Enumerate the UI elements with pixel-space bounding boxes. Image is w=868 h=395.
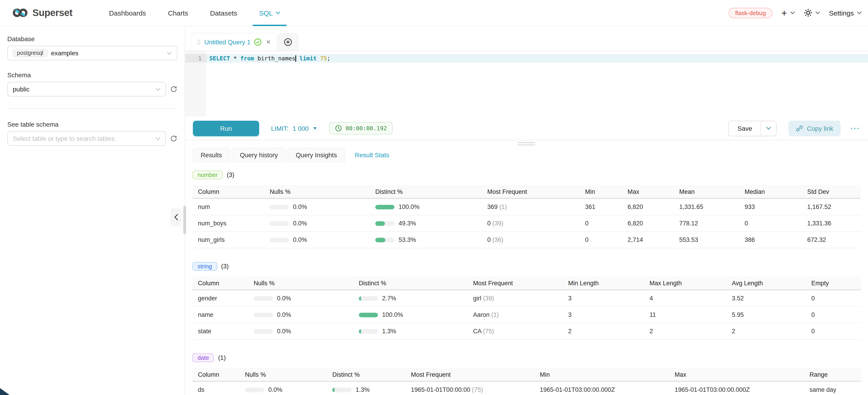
- plus-icon: +: [781, 8, 787, 18]
- progress-bar: [375, 205, 395, 209]
- link-icon: [796, 125, 803, 132]
- table-row: num_girls 0.0% 53.3% 0 (36) 0 2,714 553.…: [192, 232, 861, 248]
- superset-logo[interactable]: Superset: [12, 7, 72, 18]
- distinct-cell: 100.0%: [353, 311, 468, 318]
- column-header: Min Length: [563, 279, 644, 286]
- column-header: Most Frequent: [405, 371, 534, 378]
- column-header: Column: [192, 371, 240, 378]
- stat-cell: 1,167.52: [802, 204, 861, 210]
- refresh-tables-icon[interactable]: [170, 135, 177, 142]
- run-button[interactable]: Run: [193, 120, 259, 136]
- column-header: Mean: [674, 188, 739, 195]
- section-number: number (3) Column Nulls % Distinct % Mos…: [192, 171, 861, 248]
- nav-item-charts[interactable]: Charts: [157, 0, 199, 26]
- stat-cell: 0: [580, 220, 622, 227]
- new-item-menu[interactable]: +: [781, 8, 795, 18]
- clock-icon: [335, 125, 342, 132]
- stat-cell: 1,331.65: [674, 204, 739, 210]
- close-tab-icon[interactable]: ✕: [266, 39, 271, 45]
- schema-select[interactable]: public: [7, 82, 166, 96]
- schema-label: Schema: [7, 71, 177, 79]
- copy-link-button[interactable]: Copy link: [789, 120, 841, 136]
- tab-query-history[interactable]: Query history: [231, 148, 286, 162]
- limit-label: LIMIT:: [271, 125, 288, 132]
- progress-bar: [270, 221, 289, 225]
- stat-cell: 11: [644, 311, 726, 318]
- progress-bar: [359, 329, 378, 334]
- nav-item-sql[interactable]: SQL: [248, 0, 291, 26]
- editor-toolbar: Run LIMIT: 1 000 ▼ 00:00:00.192 Save: [185, 117, 868, 140]
- main-nav: Dashboards Charts Datasets SQL: [98, 0, 291, 26]
- query-tab-title: Untitled Query 1: [204, 38, 250, 46]
- stat-cell: 0: [580, 236, 622, 243]
- most-frequent-cell: 0 (36): [482, 236, 580, 243]
- settings-menu[interactable]: Settings: [829, 9, 862, 17]
- type-tag-date: date: [192, 354, 214, 362]
- database-value: examples: [51, 49, 79, 57]
- progress-bar: [359, 296, 378, 301]
- query-tabbar: Untitled Query 1 ✕: [185, 26, 868, 51]
- sidebar-scrollbar[interactable]: [183, 206, 186, 234]
- sql-keyword: from: [240, 55, 254, 62]
- section-date: date (1) Column Nulls % Distinct % Most …: [192, 354, 861, 395]
- column-header: Nulls %: [248, 279, 353, 286]
- distinct-cell: 2.7%: [353, 295, 468, 302]
- pane-resize-handle[interactable]: [185, 140, 868, 147]
- limit-dropdown[interactable]: LIMIT: 1 000 ▼: [271, 125, 317, 132]
- tab-results[interactable]: Results: [192, 148, 230, 162]
- collapse-sidebar-button[interactable]: [170, 208, 182, 226]
- column-header: Max Length: [644, 279, 726, 286]
- column-header: Range: [804, 371, 861, 378]
- stat-cell: 0: [806, 328, 861, 335]
- progress-bar: [359, 312, 378, 317]
- progress-bar: [270, 238, 289, 242]
- nav-item-datasets[interactable]: Datasets: [199, 0, 248, 26]
- most-frequent-cell: girl (39): [468, 295, 563, 302]
- chevron-down-icon: [155, 137, 160, 140]
- query-tab[interactable]: Untitled Query 1 ✕: [191, 33, 277, 51]
- mouse-cursor: [0, 388, 9, 395]
- type-tag-string: string: [192, 262, 217, 271]
- progress-bar: [332, 388, 351, 392]
- sql-keyword: limit: [296, 55, 316, 62]
- column-name-cell: state: [192, 328, 248, 335]
- sql-keyword: SELECT: [209, 55, 230, 62]
- sql-editor[interactable]: 1 SELECT * from birth_names limit 75;: [185, 51, 868, 117]
- refresh-schemas-icon[interactable]: [170, 86, 177, 93]
- column-header: Empty: [806, 279, 861, 286]
- stat-cell: 553.53: [674, 236, 739, 243]
- stat-cell: 386: [739, 236, 802, 243]
- progress-bar: [254, 329, 273, 334]
- type-tag-number: number: [192, 171, 223, 179]
- tab-result-stats[interactable]: Result Stats: [346, 148, 397, 162]
- table-row: name 0.0% 100.0% Aaron (1) 3 11 5.95 0: [192, 307, 861, 323]
- column-header: Nulls %: [240, 371, 327, 378]
- editor-code-area[interactable]: SELECT * from birth_names limit 75;: [206, 51, 868, 117]
- database-select[interactable]: postgresql examples: [7, 46, 177, 60]
- table-select[interactable]: Select table or type to search tables: [7, 131, 166, 146]
- result-stats-panel: number (3) Column Nulls % Distinct % Mos…: [185, 162, 868, 395]
- save-button[interactable]: Save: [729, 121, 761, 135]
- column-header: Max: [669, 371, 804, 378]
- column-header: Median: [739, 188, 802, 195]
- more-actions-button[interactable]: ···: [850, 124, 860, 132]
- section-string: string (3) Column Nulls % Distinct % Mos…: [192, 262, 861, 340]
- column-name-cell: gender: [192, 295, 248, 302]
- column-header: Std Dev: [802, 188, 861, 195]
- schema-value: public: [13, 86, 29, 93]
- type-count: (3): [221, 263, 229, 270]
- stat-cell: 1,331.36: [802, 220, 861, 227]
- table-schema-label: See table schema: [7, 121, 177, 128]
- stat-cell: 2: [563, 328, 644, 335]
- theme-menu[interactable]: [804, 9, 820, 17]
- drag-handle-icon[interactable]: [197, 39, 201, 45]
- tab-query-insights[interactable]: Query Insights: [287, 148, 345, 162]
- save-options-caret[interactable]: [761, 121, 776, 135]
- stat-cell: 0: [806, 311, 861, 318]
- nulls-cell: 0.0%: [248, 328, 353, 335]
- nav-item-dashboards[interactable]: Dashboards: [98, 0, 157, 26]
- distinct-cell: 1.3%: [327, 386, 405, 393]
- stat-cell: 1965-01-01T03:00:00.000Z: [669, 386, 804, 393]
- most-frequent-cell: 369 (1): [482, 204, 580, 210]
- add-query-tab-icon[interactable]: [284, 38, 292, 46]
